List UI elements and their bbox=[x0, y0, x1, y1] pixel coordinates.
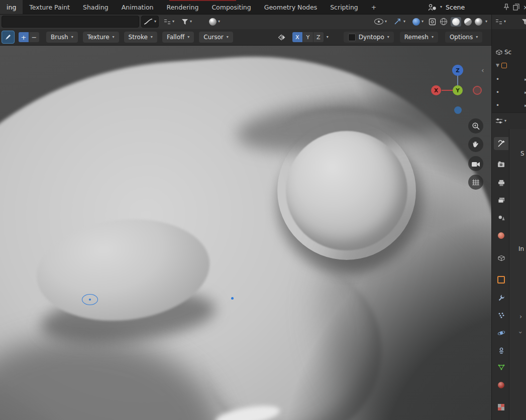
hand-icon bbox=[472, 141, 480, 149]
brush-add-button[interactable]: + bbox=[19, 32, 29, 42]
gizmo-axis-negative-z[interactable] bbox=[454, 106, 462, 114]
falloff-dropdown[interactable]: Falloff ▾ bbox=[162, 32, 194, 43]
xray-toggle-icon[interactable] bbox=[429, 18, 437, 26]
render-camera-icon bbox=[497, 161, 505, 168]
shading-wireframe-button[interactable] bbox=[440, 18, 448, 26]
pan-button[interactable] bbox=[468, 137, 483, 152]
properties-tab-world[interactable] bbox=[494, 229, 508, 242]
properties-editor-type-icon[interactable] bbox=[495, 118, 503, 124]
chevron-down-icon: ▾ bbox=[151, 35, 153, 39]
add-workspace-button[interactable]: + bbox=[365, 0, 383, 14]
properties-tab-texture[interactable] bbox=[494, 400, 508, 413]
stroke-dropdown[interactable]: Stroke ▾ bbox=[124, 32, 157, 43]
outliner-row-scene-collection[interactable]: Sc bbox=[492, 46, 526, 58]
chevron-down-icon: ▾ bbox=[387, 35, 389, 39]
falloff-dropdown-label: Falloff bbox=[167, 34, 184, 41]
properties-tab-render[interactable] bbox=[494, 158, 508, 171]
brush-dropdown[interactable]: Brush ▾ bbox=[46, 32, 78, 43]
chevron-down-icon: ▾ bbox=[422, 20, 424, 24]
chevron-down-icon[interactable]: ▾ bbox=[440, 5, 442, 9]
display-sphere-dropdown[interactable]: ▾ bbox=[207, 16, 222, 27]
properties-tab-modifiers[interactable] bbox=[494, 291, 508, 304]
chevron-down-icon[interactable]: ▾ bbox=[504, 119, 506, 123]
falloff-curve-button[interactable]: ▾ bbox=[141, 16, 159, 28]
shading-options-chevron-icon[interactable]: ▾ bbox=[485, 20, 487, 24]
properties-tab-collection[interactable] bbox=[494, 251, 508, 264]
properties-tab-particles[interactable] bbox=[494, 309, 508, 322]
symmetry-z-toggle[interactable]: Z bbox=[313, 32, 324, 42]
dyntopo-checkbox[interactable] bbox=[348, 34, 356, 41]
scene-name-field[interactable]: Scene bbox=[446, 4, 500, 11]
visibility-dropdown[interactable]: ▾ bbox=[372, 16, 389, 27]
tab-scripting[interactable]: Scripting bbox=[324, 0, 365, 14]
shading-rendered-button[interactable] bbox=[475, 18, 482, 26]
overlay-sphere-dropdown[interactable]: ▾ bbox=[410, 16, 426, 27]
top-red-strip bbox=[169, 0, 236, 1]
outliner-row-collection[interactable]: ▼ bbox=[492, 59, 526, 71]
viewport-3d[interactable]: Z X Y ‹ bbox=[0, 45, 491, 420]
zoom-button[interactable] bbox=[468, 118, 483, 133]
sidebar-expand-arrow[interactable]: ‹ bbox=[481, 66, 484, 74]
chevron-down-icon: ▾ bbox=[227, 35, 229, 39]
tab-animation[interactable]: Animation bbox=[115, 0, 160, 14]
remesh-dropdown[interactable]: Remesh ▾ bbox=[400, 32, 438, 43]
printer-icon bbox=[498, 180, 505, 186]
gizmo-axis-y[interactable]: Y bbox=[453, 85, 463, 95]
options-label: Options bbox=[450, 34, 473, 41]
active-tool-button[interactable] bbox=[2, 31, 15, 44]
gizmo-axis-z[interactable]: Z bbox=[452, 65, 463, 76]
outliner-display-mode-icon[interactable] bbox=[495, 19, 502, 25]
shading-solid-button[interactable] bbox=[451, 17, 461, 27]
symmetry-options-chevron-icon[interactable]: ▾ bbox=[327, 35, 329, 39]
outliner-row-object[interactable]: • ► bbox=[492, 86, 526, 98]
properties-tab-constraints[interactable] bbox=[494, 344, 508, 357]
gizmo-axis-x[interactable]: X bbox=[431, 85, 441, 95]
gizmo-axis-negative-x[interactable] bbox=[473, 86, 482, 95]
panel-expand-right-icon[interactable]: › bbox=[519, 313, 522, 320]
properties-tab-physics[interactable] bbox=[494, 326, 508, 339]
properties-tab-output[interactable] bbox=[494, 176, 508, 189]
collapse-triangle-icon[interactable]: ▼ bbox=[496, 63, 499, 68]
unlink-icon[interactable]: × bbox=[523, 4, 526, 11]
dyntopo-label: Dyntopo bbox=[359, 34, 384, 41]
gizmo-dropdown[interactable]: ▾ bbox=[392, 16, 407, 27]
symmetry-y-toggle[interactable]: Y bbox=[303, 32, 313, 42]
options-dropdown[interactable]: Options ▾ bbox=[445, 32, 482, 43]
properties-tab-view-layer[interactable] bbox=[494, 194, 508, 207]
tool-icon bbox=[497, 140, 505, 148]
chevron-down-icon[interactable]: ▾ bbox=[504, 20, 506, 24]
properties-tab-material[interactable] bbox=[494, 378, 508, 391]
cursor-dropdown[interactable]: Cursor ▾ bbox=[199, 32, 233, 43]
brush-dropdown-label: Brush bbox=[51, 34, 68, 41]
outliner-row-object[interactable]: • ► bbox=[492, 73, 526, 85]
tool-settings-bar: + − Brush ▾ Texture ▾ Stroke ▾ Falloff ▾… bbox=[0, 29, 491, 46]
properties-tab-scene[interactable] bbox=[494, 211, 508, 224]
outliner-row-object[interactable]: • ► bbox=[492, 99, 526, 111]
tab-rendering[interactable]: Rendering bbox=[160, 0, 205, 14]
sphere-icon bbox=[209, 18, 217, 26]
cursor-dropdown-label: Cursor bbox=[203, 34, 223, 41]
dyntopo-dropdown[interactable]: Dyntopo ▾ bbox=[344, 32, 394, 43]
tab-geometry-nodes[interactable]: Geometry Nodes bbox=[258, 0, 324, 14]
navigation-gizmo[interactable]: Z X Y bbox=[429, 64, 486, 115]
camera-view-button[interactable] bbox=[468, 156, 483, 171]
panel-expand-down-icon[interactable]: › bbox=[517, 331, 524, 334]
toggle-perspective-button[interactable] bbox=[468, 175, 483, 190]
tab-texture-paint[interactable]: Texture Paint bbox=[23, 0, 76, 14]
new-scene-icon[interactable] bbox=[513, 4, 519, 11]
texture-dropdown[interactable]: Texture ▾ bbox=[83, 32, 119, 43]
tab-shading[interactable]: Shading bbox=[76, 0, 115, 14]
pin-icon[interactable] bbox=[503, 4, 509, 11]
header-data-field[interactable] bbox=[2, 16, 139, 28]
tree-list-dropdown[interactable]: ▾ bbox=[162, 16, 176, 27]
filter-dropdown[interactable]: ▾ bbox=[179, 16, 194, 27]
properties-tab-tool[interactable] bbox=[494, 137, 508, 150]
symmetry-x-toggle[interactable]: X bbox=[292, 32, 302, 42]
shading-material-button[interactable] bbox=[464, 18, 472, 26]
properties-tab-object[interactable] bbox=[494, 273, 508, 286]
tab-sculpting[interactable]: ing bbox=[0, 0, 23, 14]
outliner-filter-icon[interactable] bbox=[521, 19, 526, 25]
brush-subtract-button[interactable]: − bbox=[29, 32, 39, 42]
properties-tab-object-data[interactable] bbox=[494, 361, 508, 374]
tab-compositing[interactable]: Compositing bbox=[205, 0, 257, 14]
